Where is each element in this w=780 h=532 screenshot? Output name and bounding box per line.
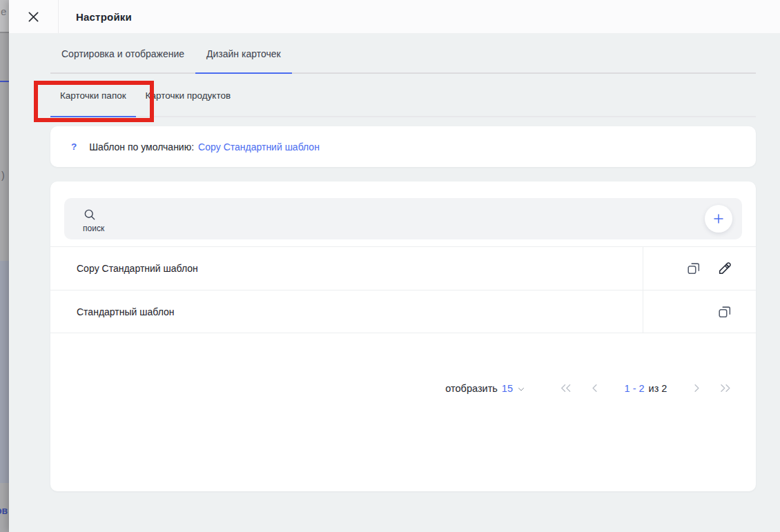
close-icon [26,10,41,24]
row-actions [643,290,756,333]
templates-card: поиск Copy Стандартний шаблон [50,181,756,491]
page-total: из 2 [649,383,667,394]
chevron-right-icon [690,382,703,395]
page-size-label: отобразить [445,383,498,394]
underlying-link-fragment: ов [0,505,8,516]
plus-icon [712,213,725,225]
underlying-paren-fragment: ) [1,170,5,181]
template-name: Стандартный шаблон [50,290,643,333]
row-actions [643,247,756,290]
sub-tabs: Карточки папок Карточки продуктов [50,74,756,117]
copy-icon [686,261,701,276]
pencil-icon [717,261,732,276]
previous-page-button[interactable] [588,382,601,395]
edit-template-button[interactable] [716,260,733,277]
subtab-product-cards[interactable]: Карточки продуктов [136,75,240,117]
pager-controls: 1 - 2 из 2 [558,382,733,395]
page-range: 1 - 2 [625,383,645,394]
underlying-panel-fragment [0,261,9,483]
search-bar[interactable]: поиск [64,198,742,239]
close-button[interactable] [9,0,59,33]
search-icon [83,208,97,221]
default-template-label: Шаблон по умолчанию: [89,141,194,152]
first-page-button[interactable] [558,382,573,395]
page-size-selector[interactable]: отобразить 15 [445,383,525,394]
page-size-value: 15 [502,383,513,394]
double-chevron-right-icon [719,382,733,395]
chevron-down-icon [517,385,525,393]
search-placeholder: поиск [83,224,705,233]
settings-drawer: Настройки Сортировка и отображение Дизай… [9,0,780,532]
help-icon[interactable]: ? [71,141,77,152]
underlying-blue-line-fragment [0,81,9,82]
table-row: Стандартный шаблон [50,290,756,333]
table-row: Copy Стандартний шаблон [50,246,756,290]
copy-icon [717,304,732,319]
underlying-text-fragment: e [1,6,6,17]
tab-sorting-display[interactable]: Сортировка и отображение [50,35,195,74]
default-template-link[interactable]: Copy Стандартний шаблон [198,141,320,152]
underlying-content-fragment [0,33,9,261]
add-template-button[interactable] [705,205,732,233]
double-chevron-left-icon [558,382,573,395]
pagination: отобразить 15 1 - 2 из 2 [445,382,733,395]
copy-template-button[interactable] [716,304,733,320]
subtab-folder-cards[interactable]: Карточки папок [50,75,136,117]
drawer-title: Настройки [76,11,132,23]
copy-template-button[interactable] [685,260,702,277]
chevron-left-icon [588,382,601,395]
next-page-button[interactable] [690,382,703,395]
drawer-header: Настройки [9,0,780,33]
underlying-page-strip: e ) ов [0,0,9,532]
search-input[interactable]: поиск [83,208,705,233]
main-tabs: Сортировка и отображение Дизайн карточек [50,33,756,74]
template-name: Copy Стандартний шаблон [50,247,643,290]
tab-card-design[interactable]: Дизайн карточек [195,35,292,74]
last-page-button[interactable] [719,382,733,395]
default-template-card: ? Шаблон по умолчанию: Copy Стандартний … [50,126,756,167]
templates-table: Copy Стандартний шаблон [50,246,756,333]
